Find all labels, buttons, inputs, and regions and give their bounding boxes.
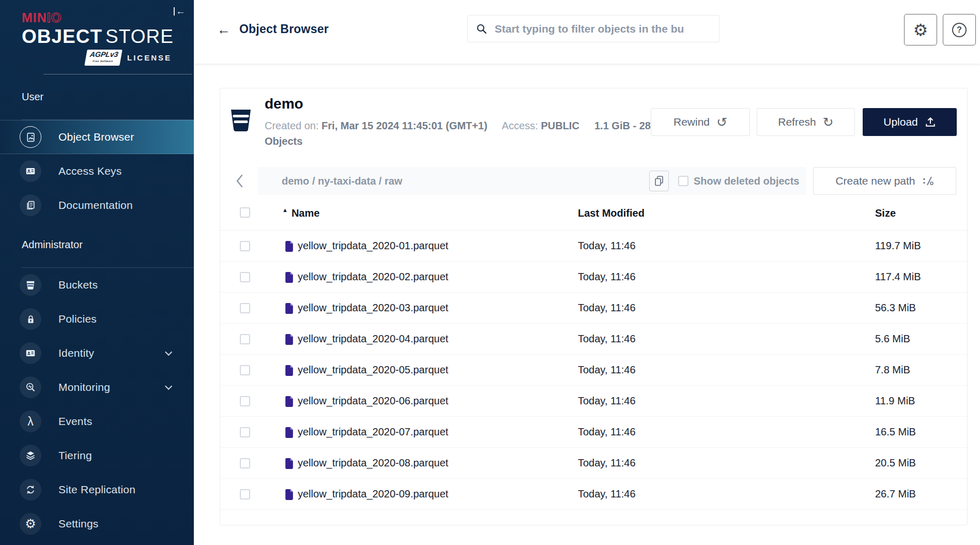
object-size: 11.9 MiB xyxy=(875,395,915,407)
main-content: demo Created on: Fri, Mar 15 2024 11:45:… xyxy=(194,64,980,545)
back-arrow-icon[interactable]: ← xyxy=(217,23,231,36)
object-size: 26.7 MiB xyxy=(875,488,916,500)
object-size: 7.8 MiB xyxy=(875,364,910,376)
row-checkbox[interactable] xyxy=(240,365,250,375)
sidebar-item-identity[interactable]: Identity xyxy=(0,336,194,370)
monitoring-icon xyxy=(20,376,41,398)
table-row[interactable]: yellow_tripdata_2020-04.parquetToday, 11… xyxy=(220,324,967,355)
object-name[interactable]: yellow_tripdata_2020-03.parquet xyxy=(298,302,448,314)
rewind-button[interactable]: Rewind ↺ xyxy=(651,108,750,136)
bucket-name: demo xyxy=(265,96,303,112)
documentation-icon xyxy=(20,194,41,216)
row-checkbox[interactable] xyxy=(240,334,250,344)
object-size: 117.4 MiB xyxy=(875,271,921,283)
collapse-sidebar-icon[interactable]: ← xyxy=(174,7,186,16)
object-store-wordmark: OBJECTSTORE xyxy=(22,26,194,48)
object-name[interactable]: yellow_tripdata_2020-04.parquet xyxy=(298,333,448,345)
object-name[interactable]: yellow_tripdata_2020-09.parquet xyxy=(298,488,448,500)
table-row[interactable]: yellow_tripdata_2020-05.parquetToday, 11… xyxy=(220,355,967,386)
row-checkbox[interactable] xyxy=(240,458,250,468)
object-size: 56.3 MiB xyxy=(875,302,916,314)
object-name[interactable]: yellow_tripdata_2020-05.parquet xyxy=(298,364,448,376)
chevron-down-icon[interactable] xyxy=(165,383,172,390)
show-deleted-checkbox[interactable] xyxy=(678,176,688,186)
policies-icon xyxy=(20,308,41,330)
copy-path-button[interactable] xyxy=(649,171,669,191)
sidebar-item-label: Settings xyxy=(58,518,98,530)
upload-button[interactable]: Upload xyxy=(863,108,957,136)
help-button[interactable]: ? xyxy=(943,14,976,46)
sidebar-item-buckets[interactable]: Buckets xyxy=(0,268,194,302)
sidebar: ← MINIO OBJECTSTORE AGPLv3 Free Software… xyxy=(0,0,194,545)
filter-objects-input[interactable] xyxy=(495,23,711,35)
file-icon xyxy=(284,396,294,407)
refresh-button[interactable]: Refresh ↻ xyxy=(757,108,855,136)
file-icon xyxy=(284,334,294,345)
sidebar-item-label: Tiering xyxy=(58,449,92,462)
column-header-name[interactable]: ▲ Name xyxy=(282,207,319,219)
row-checkbox[interactable] xyxy=(240,241,250,251)
sidebar-item-events[interactable]: λEvents xyxy=(0,404,194,438)
select-all-checkbox[interactable] xyxy=(240,207,250,218)
row-checkbox[interactable] xyxy=(240,427,250,437)
file-icon xyxy=(284,302,294,314)
collapse-arrow: ← xyxy=(176,7,186,16)
table-row[interactable]: yellow_tripdata_2020-02.parquetToday, 11… xyxy=(220,262,967,293)
sidebar-item-label: Policies xyxy=(58,313,97,325)
license-row: AGPLv3 Free Software LICENSE xyxy=(22,50,172,66)
column-label: Name xyxy=(292,207,319,219)
file-icon xyxy=(284,365,294,376)
buckets-icon xyxy=(20,274,41,296)
table-row[interactable]: yellow_tripdata_2020-07.parquetToday, 11… xyxy=(220,417,967,448)
created-label: Created on: xyxy=(265,120,319,131)
search-icon xyxy=(476,23,487,35)
sidebar-item-label: Buckets xyxy=(58,279,98,291)
path-back-button[interactable] xyxy=(220,167,258,195)
object-name[interactable]: yellow_tripdata_2020-07.parquet xyxy=(298,426,448,438)
object-name[interactable]: yellow_tripdata_2020-08.parquet xyxy=(298,457,448,469)
chevron-down-icon[interactable] xyxy=(165,349,172,356)
create-new-path-button[interactable]: Create new path xyxy=(813,167,956,195)
breadcrumb: demo / ny-taxi-data / raw xyxy=(282,175,402,187)
object-browser-icon xyxy=(20,126,41,148)
object-size: 16.5 MiB xyxy=(875,426,916,438)
object-name[interactable]: yellow_tripdata_2020-06.parquet xyxy=(298,395,448,407)
object-size: 20.5 MiB xyxy=(875,457,916,469)
settings-button[interactable]: ⚙ xyxy=(904,14,937,46)
divider xyxy=(43,74,192,74)
sidebar-item-access-keys[interactable]: Access Keys xyxy=(0,154,194,188)
bucket-icon xyxy=(229,107,252,133)
table-row[interactable]: yellow_tripdata_2020-09.parquetToday, 11… xyxy=(220,479,967,510)
table-row[interactable]: yellow_tripdata_2020-06.parquetToday, 11… xyxy=(220,386,967,417)
row-checkbox[interactable] xyxy=(240,489,250,499)
row-checkbox[interactable] xyxy=(240,396,250,406)
sidebar-item-documentation[interactable]: Documentation xyxy=(0,188,194,222)
sidebar-item-label: Monitoring xyxy=(58,381,110,393)
row-checkbox[interactable] xyxy=(240,272,250,282)
sidebar-item-tiering[interactable]: Tiering xyxy=(0,438,194,473)
table-row[interactable]: yellow_tripdata_2020-03.parquetToday, 11… xyxy=(220,293,967,324)
agpl-badge: AGPLv3 Free Software xyxy=(84,50,122,66)
object-name[interactable]: yellow_tripdata_2020-01.parquet xyxy=(298,240,448,252)
sidebar-nav: UserObject BrowserAccess KeysDocumentati… xyxy=(0,91,194,541)
object-last-modified: Today, 11:46 xyxy=(578,271,636,283)
sidebar-item-object-browser[interactable]: Object Browser xyxy=(0,120,194,154)
license-label: LICENSE xyxy=(127,53,172,62)
column-header-size[interactable]: Size xyxy=(875,207,896,219)
sidebar-item-settings[interactable]: ⚙Settings xyxy=(0,507,194,541)
search-box xyxy=(467,15,719,42)
sidebar-item-monitoring[interactable]: Monitoring xyxy=(0,370,194,404)
sidebar-item-policies[interactable]: Policies xyxy=(0,302,194,336)
object-last-modified: Today, 11:46 xyxy=(578,395,636,407)
column-header-last-modified[interactable]: Last Modified xyxy=(578,207,645,219)
table-row[interactable]: yellow_tripdata_2020-01.parquetToday, 11… xyxy=(220,231,967,262)
object-name[interactable]: yellow_tripdata_2020-02.parquet xyxy=(298,271,448,283)
row-checkbox[interactable] xyxy=(240,303,250,313)
identity-icon xyxy=(20,342,41,364)
table-row[interactable]: yellow_tripdata_2020-08.parquetToday, 11… xyxy=(220,448,967,479)
upload-label: Upload xyxy=(883,116,918,128)
object-size: 119.7 MiB xyxy=(875,240,921,252)
topbar: ← Object Browser ⚙ ? xyxy=(194,0,980,64)
sidebar-item-site-replication[interactable]: Site Replication xyxy=(0,473,194,507)
show-deleted-label: Show deleted objects xyxy=(694,175,799,187)
